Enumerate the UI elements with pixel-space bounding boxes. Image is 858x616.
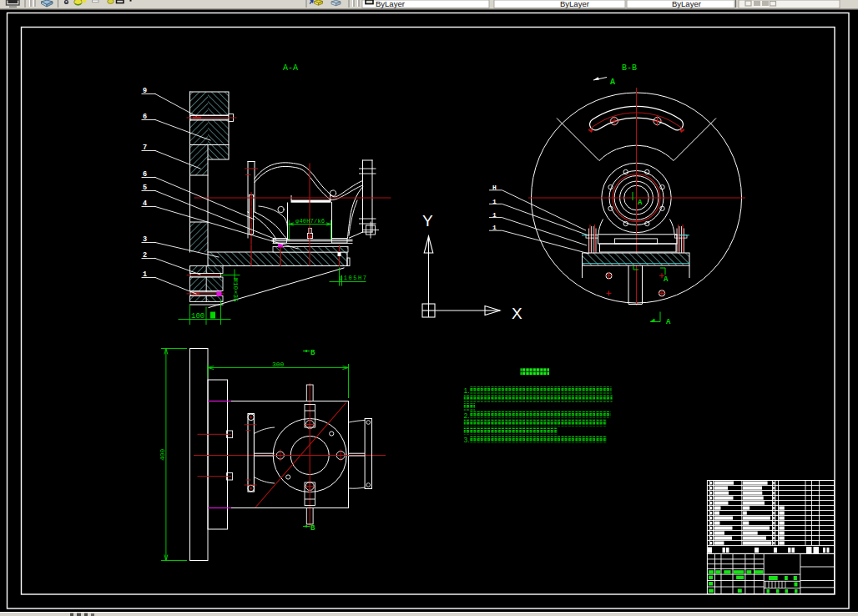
svg-text:A: A: [638, 199, 643, 207]
svg-text:6: 6: [143, 170, 147, 179]
svg-text:7: 7: [143, 144, 147, 152]
svg-text:A: A: [664, 275, 669, 284]
svg-text:ByLayer: ByLayer: [376, 0, 405, 8]
svg-text:2.: 2.: [464, 412, 470, 420]
svg-text:3: 3: [143, 235, 147, 244]
svg-text:φ40H7/k6: φ40H7/k6: [295, 218, 325, 225]
svg-text:400: 400: [159, 448, 166, 461]
svg-text:2: 2: [143, 251, 147, 260]
svg-text:X: X: [512, 305, 522, 322]
svg-text:1.: 1.: [464, 386, 470, 395]
svg-text:1: 1: [143, 270, 147, 279]
svg-text:B-B: B-B: [622, 63, 637, 73]
svg-text:M10×35: M10×35: [232, 278, 240, 302]
svg-text:3.: 3.: [464, 436, 470, 444]
svg-text:6: 6: [143, 113, 147, 121]
svg-text:B: B: [310, 349, 315, 357]
svg-text:100: 100: [191, 312, 204, 321]
svg-text:4: 4: [143, 199, 147, 208]
svg-text:300: 300: [272, 361, 285, 368]
svg-text:φ105H7: φ105H7: [339, 275, 366, 281]
svg-text:A: A: [610, 78, 615, 87]
svg-text:B: B: [310, 524, 315, 533]
svg-text:A-A: A-A: [283, 63, 298, 73]
svg-text:5: 5: [143, 184, 147, 192]
svg-text:Y: Y: [422, 212, 433, 230]
svg-text:A: A: [666, 318, 671, 326]
svg-text:ByLayer: ByLayer: [560, 0, 589, 8]
svg-text:ByLayer: ByLayer: [672, 0, 701, 8]
svg-text:9: 9: [143, 87, 147, 95]
